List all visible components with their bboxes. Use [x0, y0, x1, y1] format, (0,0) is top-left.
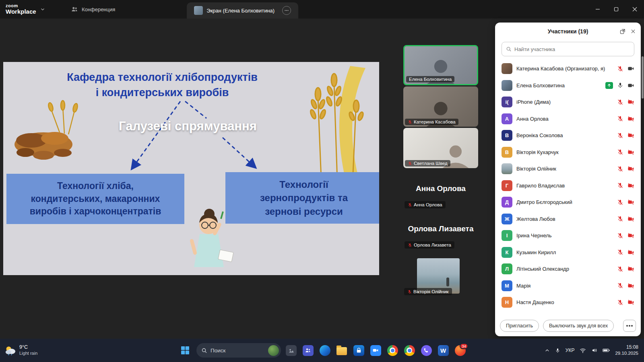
app-icon-browser-notifications[interactable]: 34 — [453, 343, 467, 357]
search-daily-image[interactable] — [268, 345, 279, 356]
slide-title-line2: і кондитерських виробів — [41, 85, 283, 101]
app-icon-edge[interactable] — [318, 343, 332, 357]
app-icon-chrome[interactable] — [386, 343, 399, 357]
participant-status — [617, 182, 634, 189]
video-tile-name: Анна Орлова — [414, 202, 442, 207]
avatar — [502, 63, 512, 74]
participant-row[interactable]: i( iPhone (Дима) — [495, 94, 641, 111]
participant-name: Вікторія Кухарчук — [516, 149, 613, 155]
search-input[interactable] — [514, 46, 630, 52]
participant-row[interactable]: Елена Болховитина — [495, 77, 641, 94]
taskbar-clock[interactable]: 15:08 29.10.2025 — [615, 344, 638, 357]
camera-icon — [627, 199, 634, 206]
time: 15:08 — [626, 344, 638, 351]
app-icon-zoom[interactable] — [369, 343, 382, 357]
camera-icon — [627, 149, 634, 156]
close-panel-icon[interactable] — [630, 29, 636, 34]
minimize-button[interactable] — [588, 0, 607, 19]
more-options-button[interactable] — [623, 320, 636, 332]
mic-icon — [617, 266, 623, 272]
shared-screen-slide: Кафедра технології хлібопродуктів і конд… — [3, 62, 379, 275]
scrollbar-thumb[interactable] — [642, 56, 644, 99]
language-indicator[interactable]: УКР — [566, 348, 575, 353]
tab-more-options-icon[interactable] — [282, 6, 291, 15]
participant-name: Ірина Чернель — [516, 232, 613, 239]
video-tile-active-speaker[interactable]: Елена Болховитина — [403, 45, 478, 85]
participant-row[interactable]: М Марія — [495, 278, 641, 294]
app-icon-word[interactable]: W — [436, 343, 450, 357]
app-icon-chrome-2[interactable] — [402, 343, 416, 357]
video-tile-svitlana[interactable]: Светлана Швед — [403, 128, 478, 168]
tray-mic-icon[interactable] — [555, 348, 560, 354]
windows-taskbar: 9°C Light rain Поиск — [0, 339, 644, 362]
weather-desc: Light rain — [19, 351, 37, 356]
pop-out-icon[interactable] — [619, 29, 625, 35]
app-icon-photos[interactable] — [284, 343, 298, 357]
participants-title: Участники (19) — [548, 28, 588, 35]
participant-name: Гаврило Владислав — [516, 183, 613, 189]
name-tile-label: Орлова Лизавета — [405, 241, 454, 249]
participant-status — [617, 132, 634, 139]
maximize-button[interactable] — [607, 0, 625, 19]
participant-row[interactable]: Ж Желтова Любов — [495, 211, 641, 228]
participants-header: Участники (19) — [495, 23, 641, 40]
invite-button[interactable]: Пригласить — [500, 320, 539, 332]
avatar-initial: Д — [505, 199, 509, 205]
participant-row[interactable]: В Вікторія Кухарчук — [495, 144, 641, 161]
video-tile-name: Елена Болховитина — [409, 77, 452, 82]
participant-row[interactable]: Катерина Касабова (Организатор, я) — [495, 60, 641, 77]
participants-list[interactable]: Катерина Касабова (Организатор, я) — [495, 60, 641, 315]
participant-name: Анна Орлова — [516, 116, 613, 122]
video-tile-name: Вікторія Олійник — [413, 289, 449, 294]
tab-screen-label: Экран (Елена Болховитина) — [206, 8, 275, 14]
participant-row[interactable]: А Анна Орлова — [495, 111, 641, 128]
tab-conference[interactable]: Конференция — [64, 0, 122, 19]
chevron-down-icon[interactable] — [40, 7, 45, 12]
muted-mic-icon — [408, 120, 412, 124]
participant-name: Вероніка Соколова — [516, 132, 613, 138]
participant-row[interactable]: Д Дмитро Бєлгородський — [495, 194, 641, 211]
participant-row[interactable]: Вікторія Олійник — [495, 160, 641, 177]
search-icon — [201, 348, 207, 354]
participant-search[interactable] — [502, 42, 634, 56]
camera-icon — [627, 299, 634, 306]
battery-icon[interactable] — [603, 348, 610, 353]
wifi-icon[interactable] — [580, 348, 586, 353]
mic-icon — [617, 249, 623, 255]
camera-icon — [627, 265, 634, 272]
avatar: В — [502, 147, 512, 158]
participant-row[interactable]: В Вероніка Соколова — [495, 127, 641, 144]
app-icon-teams[interactable] — [301, 343, 315, 357]
app-icon-store[interactable] — [352, 343, 365, 357]
participant-row[interactable]: І Ірина Чернель — [495, 227, 641, 244]
taskbar-search[interactable]: Поиск — [196, 343, 281, 358]
video-strip: Елена Болховитина Катерина Касабова Свет… — [403, 44, 478, 331]
wheat-illustration — [310, 66, 365, 183]
meeting-stage: Кафедра технології хлібопродуктів і конд… — [0, 19, 644, 339]
participant-row[interactable]: Н Настя Дащенко — [495, 294, 641, 311]
volume-icon[interactable] — [591, 348, 597, 353]
weather-icon — [5, 345, 16, 356]
app-icon-viber[interactable] — [419, 343, 433, 357]
start-button[interactable] — [177, 342, 193, 358]
camera-icon — [627, 132, 634, 139]
avatar: Л — [502, 263, 512, 274]
avatar: А — [502, 113, 512, 124]
avatar-initial: Ж — [505, 216, 510, 222]
participant-row[interactable]: К Кузьмин Кирилл — [495, 244, 641, 261]
avatar: i( — [502, 97, 512, 107]
avatar: Д — [502, 197, 512, 208]
video-tile-kateryna[interactable]: Катерина Касабова — [403, 86, 478, 127]
camera-icon — [627, 249, 634, 256]
mute-all-button[interactable]: Выключить звук для всех — [543, 320, 614, 332]
notification-badge: 34 — [460, 343, 468, 349]
participant-name: Настя Дащенко — [516, 299, 613, 305]
tray-chevron-up-icon[interactable] — [545, 348, 550, 353]
weather-widget[interactable]: 9°C Light rain — [0, 344, 68, 356]
participant-row[interactable]: Г Гаврило Владислав — [495, 177, 641, 194]
app-icon-file-explorer[interactable] — [335, 343, 349, 357]
participant-row[interactable]: Л Літінський Олександр — [495, 261, 641, 278]
tab-screen-share[interactable]: Экран (Елена Болховитина) — [187, 2, 298, 19]
close-button[interactable] — [625, 0, 644, 19]
taskbar-center: Поиск W 34 — [177, 342, 467, 358]
